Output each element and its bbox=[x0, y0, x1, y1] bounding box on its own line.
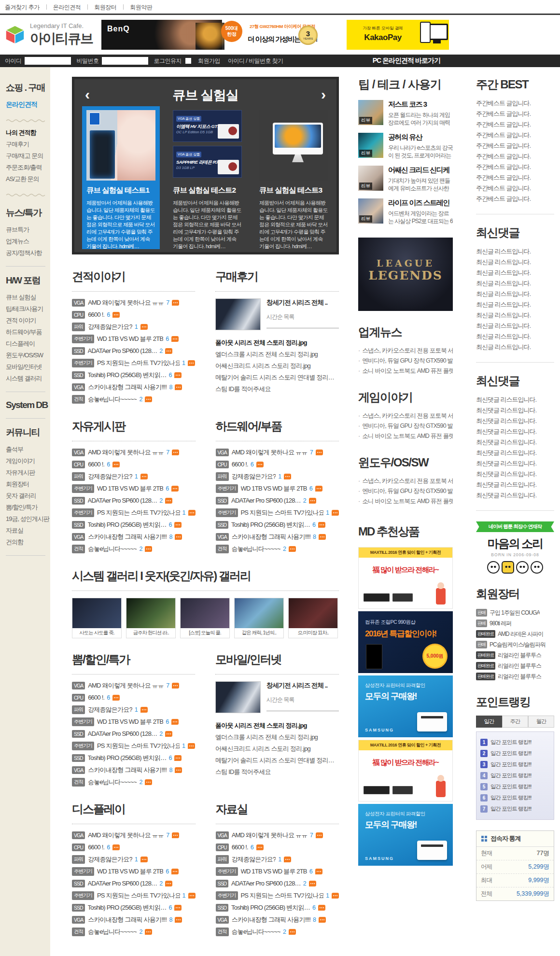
post-row[interactable]: CPU 6600 !. 6 bbox=[72, 841, 196, 853]
featured-thumbnail[interactable] bbox=[215, 681, 261, 713]
sidebar-item[interactable]: 뽐/할인/특가 bbox=[6, 504, 37, 511]
weekly-best-row[interactable]: 주간베스트 글입니다. bbox=[476, 130, 554, 141]
post-row[interactable]: 견적 승놓e닙니다~~~~~ 2 bbox=[72, 393, 195, 405]
market-row[interactable]: 판매완료 리얼라인 블루투스 bbox=[476, 650, 554, 661]
sidebar-item[interactable]: 업계뉴스 bbox=[6, 238, 29, 245]
post-row[interactable]: 파워 강제종앓은가요? 1 bbox=[72, 703, 195, 716]
post-row[interactable]: 견적 승놓e닙니다~~~~~ 2 bbox=[72, 926, 196, 938]
weekly-best-row[interactable]: 주간베스트 글입니다. bbox=[476, 141, 554, 151]
featured-thumbnail[interactable] bbox=[215, 298, 261, 330]
id-input[interactable] bbox=[25, 57, 71, 65]
news-row[interactable]: 스냅스, 카카오스토리 전용 포토북 서비.. bbox=[358, 346, 453, 356]
slider-next-button[interactable]: › bbox=[321, 88, 326, 101]
gallery-item[interactable]: 같은 캐릭, 1년의.. bbox=[234, 598, 284, 638]
find-account-link[interactable]: 아이디 / 비밀번호 찾기 bbox=[228, 57, 283, 65]
post-row[interactable]: 메탈기어 솔리드 시리즈 스토리 연대별 정리… bbox=[215, 372, 339, 383]
post-row[interactable]: CPU 6600 !. 6 bbox=[72, 691, 195, 703]
tab-weekly[interactable]: 주간 bbox=[502, 716, 528, 728]
post-row[interactable]: 주변기기 WD 1TB VS WD 블루 2TB 6 bbox=[72, 865, 196, 877]
md-ad-compuzone[interactable]: 컴퓨존 조립PC 990원샵 2016년 특급할인이야! 5,000원 bbox=[358, 611, 453, 673]
post-row[interactable]: 어쌔신크리드 시리즈 스토리 정리.jpg bbox=[215, 360, 339, 372]
sidebar-item[interactable]: 19금, 성인게시판 bbox=[6, 515, 49, 522]
sidebar-item[interactable]: 건의함 bbox=[6, 538, 23, 546]
post-row[interactable]: SSD Toshib) PRO (256GB) 벤치읽… 6 bbox=[216, 901, 339, 914]
post-row[interactable]: 폴아웃 시리즈 전체 스토리 정리.jpg bbox=[215, 337, 339, 349]
ranking-row[interactable]: 7 일간 포인트 랭킹!!! bbox=[480, 803, 550, 815]
comment-row[interactable]: 최신글 리스트입니다. bbox=[476, 310, 554, 321]
post-row[interactable]: 견적 승놓e닙니다~~~~~ 2 bbox=[216, 543, 339, 555]
post-row[interactable]: 견적 승놓e닙니다~~~~~ 2 bbox=[72, 543, 196, 555]
sidebar-item[interactable]: 팁/테크/사용기 bbox=[6, 305, 43, 312]
post-row[interactable]: 주변기기 WD 1TB VS WD 블루 2TB 6 bbox=[216, 482, 339, 494]
sidebar-item[interactable]: 뉴스/특가 bbox=[6, 208, 42, 218]
news-row[interactable]: 엔비디아, 듀얼 GPU 장착 GTX590 발표.. bbox=[358, 486, 453, 496]
sidebar-item[interactable]: AS/교환 문의 bbox=[6, 175, 39, 183]
post-row[interactable]: VGA AMD 왜이렇게 못하나요 ㅠㅠ 7 bbox=[72, 679, 195, 691]
featured-title[interactable]: 창세기전 시리즈 전체 .. bbox=[266, 681, 339, 690]
news-row[interactable]: 소니 바이오 노트북도 AMD 퓨전 플랫폼.. bbox=[358, 496, 453, 506]
board-heading[interactable]: 자료실 bbox=[216, 801, 339, 824]
password-input[interactable] bbox=[102, 57, 148, 65]
sidebar-item[interactable]: 주문조회/출력 bbox=[6, 164, 42, 171]
post-row[interactable]: VGA 스카이내장형 그래픽 사용기!!!! 8 bbox=[72, 764, 195, 776]
news-row[interactable]: 엔비디아, 듀얼 GPU 장착 GTX590 발표.. bbox=[358, 421, 453, 431]
sidebar-item[interactable]: 공지/정책사항 bbox=[6, 249, 42, 256]
tip-item[interactable]: 리뷰 공허의 유산우리 나라가 e스포츠의 강국이 된 것도, 프로게이머라는 … bbox=[358, 133, 453, 159]
post-row[interactable]: VGA AMD 왜이렇게 못하나요 ㅠㅠ 7 bbox=[72, 296, 195, 309]
comment-row[interactable]: 최신댓글 리스트입니다. bbox=[476, 479, 554, 490]
tip-item[interactable]: 리뷰 어쌔신 크리드 신디케기대치가 높아져 있던 팬들에게 유비소프트가 선사… bbox=[358, 166, 453, 192]
post-row[interactable]: SSD Toshib) PRO (256GB) 벤치읽… 6 bbox=[72, 369, 195, 381]
post-row[interactable]: CPU 6600 !. 6 bbox=[72, 309, 195, 321]
post-row[interactable]: 주변기기 PS 지원되는 스마트 TV가있나요? 1 bbox=[72, 506, 196, 519]
comment-row[interactable]: 최신댓글 리스트입니다. bbox=[476, 426, 554, 437]
md-ad-maxtill[interactable]: MAXTILL 2016 연휴 맞이 할인 + 기획전 福 많이 받으라 전해라… bbox=[358, 740, 453, 801]
sidebar-item[interactable]: 회원장터 bbox=[6, 480, 29, 488]
comment-row[interactable]: 최신댓글 리스트입니다. bbox=[476, 416, 554, 426]
post-row[interactable]: 주변기기 PS 지원되는 스마트 TV가있나요? 1 bbox=[72, 740, 195, 752]
post-row[interactable]: SSD ADATAer Pro SP600 (128… 2 bbox=[216, 494, 339, 506]
ranking-row[interactable]: 3 일간 포인트 랭킹!!! bbox=[480, 759, 550, 770]
comment-row[interactable]: 최신글 리스트입니다. bbox=[476, 267, 554, 278]
post-row[interactable]: 메탈기어 솔리드 시리즈 스토리 연대별 정리… bbox=[215, 755, 339, 766]
post-row[interactable]: 주변기기 PS 지원되는 스마트 TV가있나요? 1 bbox=[216, 889, 339, 901]
sort-label[interactable]: 시간순 목록 bbox=[266, 313, 339, 321]
market-heading[interactable]: 회원장터 bbox=[476, 586, 554, 602]
post-row[interactable]: 주변기기 WD 1TB VS WD 블루 2TB 6 bbox=[216, 865, 339, 877]
webtoon-banner-ad[interactable]: 네이버 웹툰 최장수 연재작 마음의 소리 BORN IN 2006-09-08 bbox=[476, 521, 554, 574]
post-row[interactable]: VGA 스카이내장형 그래픽 사용기!!!! 8 bbox=[216, 531, 339, 543]
comment-row[interactable]: 최신댓글 리스트입니다. bbox=[476, 405, 554, 416]
ranking-row[interactable]: 6 일간 포인트 랭킹!!! bbox=[480, 792, 550, 803]
board-heading[interactable]: 자유게시판 bbox=[72, 419, 196, 441]
topbar-link[interactable]: 온라인견적 bbox=[53, 4, 88, 11]
sidebar-item[interactable]: 윈도우/OS/SW bbox=[6, 351, 43, 359]
comment-row[interactable]: 최신글 리스트입니다. bbox=[476, 331, 554, 342]
slider-prev-button[interactable]: ‹ bbox=[85, 88, 90, 101]
sidebar-item[interactable]: 큐브 실험실 bbox=[6, 294, 36, 301]
comment-row[interactable]: 최신글 리스트입니다. bbox=[476, 321, 554, 331]
comment-row[interactable]: 최신글 리스트입니다. bbox=[476, 257, 554, 267]
market-row[interactable]: 판매완료 리얼라인 블루투스 bbox=[476, 671, 554, 682]
weekly-best-row[interactable]: 주간베스트 글입니다. bbox=[476, 172, 554, 183]
post-row[interactable]: VGA AMD 왜이렇게 못하나요 ㅠㅠ 7 bbox=[216, 446, 339, 458]
sidebar-item[interactable]: 온라인견적 bbox=[6, 100, 37, 108]
benq-banner-ad[interactable]: BenQ 500대한정 27형 GW2760HM 아이케어 무결점 더 이상의 … bbox=[101, 20, 320, 50]
ranking-row[interactable]: 2 일간 포인트 랭킹!!! bbox=[480, 748, 550, 759]
post-row[interactable]: 스팀 ID를 적어주세요 bbox=[215, 766, 339, 778]
keep-login-checkbox[interactable] bbox=[185, 58, 191, 64]
point-ranking-heading[interactable]: 포인트랭킹 bbox=[476, 694, 554, 710]
post-row[interactable]: VGA AMD 왜이렇게 못하나요 ㅠㅠ 7 bbox=[72, 829, 196, 841]
post-row[interactable]: 주변기기 PS 지원되는 스마트 TV가있나요? 1 bbox=[72, 357, 195, 369]
comment-row[interactable]: 최신글 리스트입니다. bbox=[476, 342, 554, 352]
sidebar-item[interactable]: 큐브특가 bbox=[6, 226, 29, 233]
comment-row[interactable]: 최신글 리스트입니다. bbox=[476, 246, 554, 257]
post-row[interactable]: SSD Toshib) PRO (256GB) 벤치읽… 6 bbox=[72, 752, 195, 764]
news-row[interactable]: 엔비디아, 듀얼 GPU 장착 GTX590 발표.. bbox=[358, 356, 453, 366]
post-row[interactable]: SSD ADATAer Pro SP600 (128… 2 bbox=[72, 728, 195, 740]
sidebar-item[interactable]: 구매후기 bbox=[6, 141, 29, 148]
post-row[interactable]: 견적 승놓e닙니다~~~~~ 2 bbox=[216, 926, 339, 938]
market-row[interactable]: 판매완료 AMD 라데온 사파이 bbox=[476, 629, 554, 639]
weekly-best-row[interactable]: 주간베스트 글입니다. bbox=[476, 109, 554, 119]
weekly-best-heading[interactable]: 주간 BEST bbox=[476, 77, 554, 92]
news-row[interactable]: 스냅스, 카카오스토리 전용 포토북 서비.. bbox=[358, 411, 453, 421]
post-row[interactable]: 엘더스크롤 시리즈 전체 스토리 정리.jpg bbox=[215, 731, 339, 743]
